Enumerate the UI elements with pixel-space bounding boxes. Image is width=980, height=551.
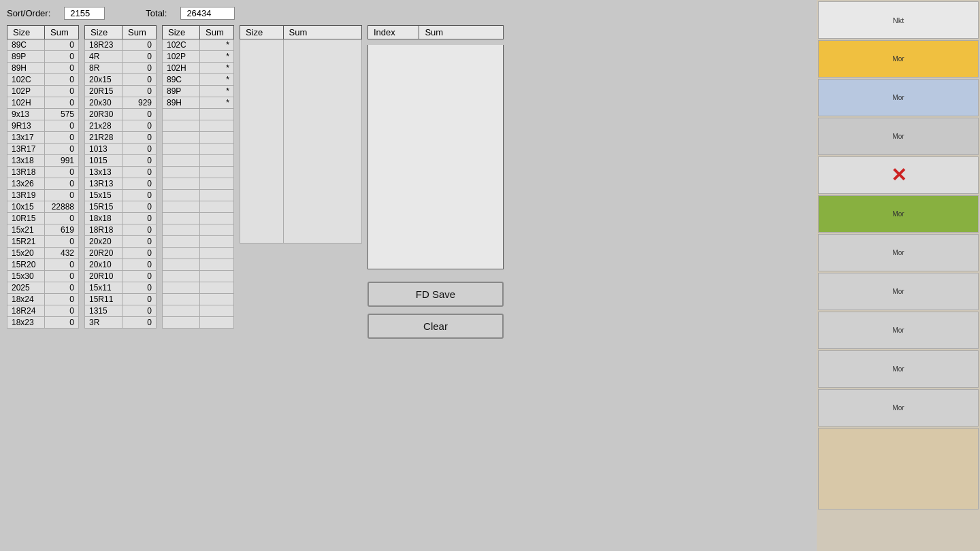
- size-cell: 15R20: [7, 259, 45, 271]
- table-row-empty: [163, 236, 234, 248]
- table-row: 15R150: [85, 201, 157, 213]
- right-thumb-11[interactable]: Mor: [818, 389, 979, 427]
- table-row-empty: [163, 120, 234, 132]
- sum-cell: 0: [122, 236, 157, 248]
- size-cell: 102H: [163, 63, 200, 74]
- sum-cell: 0: [45, 259, 79, 271]
- size-cell: 4R: [85, 51, 122, 63]
- right-thumb-2[interactable]: Mor: [818, 40, 979, 78]
- table-row: 10130: [85, 144, 157, 155]
- table-row: 4R0: [85, 51, 157, 63]
- size-cell: 15x21: [7, 224, 45, 236]
- table2: Size Sum 18R2304R08R020x15020R15020x3092…: [84, 25, 157, 329]
- table-row-empty: [163, 259, 234, 271]
- table1: Size Sum 89C089P089H0102C0102P0102H09x13…: [7, 25, 79, 329]
- table-row: 20R200: [85, 248, 157, 259]
- main-area: Sort/Order: 2155 Total: 26434 Size Sum 8…: [0, 0, 817, 551]
- tables-container: Size Sum 89C089P089H0102C0102P0102H09x13…: [7, 25, 810, 339]
- sum-cell: 575: [45, 109, 79, 120]
- size-cell: 102P: [7, 86, 45, 97]
- sum-cell: 0: [45, 236, 79, 248]
- size-cell: 9R13: [7, 120, 45, 132]
- right-thumb-3[interactable]: Mor: [818, 79, 979, 116]
- table-row: 20R150: [85, 86, 157, 97]
- sum-cell: *: [200, 63, 234, 74]
- size-cell: 20R20: [85, 248, 122, 259]
- size-cell: 18x18: [85, 213, 122, 224]
- table3: Size Sum 102C*102P*102H*89C*89P*89H*: [162, 25, 234, 329]
- size-cell: 102C: [7, 74, 45, 86]
- table1-col1-header: Size: [7, 26, 45, 39]
- table-row: 9x13575: [7, 109, 79, 120]
- sum-cell: 0: [45, 86, 79, 97]
- right-thumb-10[interactable]: Mor: [818, 350, 979, 388]
- table-row: 15x21619: [7, 224, 79, 236]
- table-row-empty: [163, 282, 234, 294]
- right-thumb-8[interactable]: Mor: [818, 273, 979, 310]
- size-cell: 89C: [163, 74, 200, 86]
- size-cell: 13R19: [7, 190, 45, 201]
- sum-cell: 0: [122, 144, 157, 155]
- table-row: 21R280: [85, 132, 157, 144]
- right-thumb-9[interactable]: Mor: [818, 312, 979, 349]
- table-row: 20R300: [85, 109, 157, 120]
- sum-cell: 0: [45, 63, 79, 74]
- sum-cell: 0: [122, 74, 157, 86]
- table2-col1-header: Size: [85, 26, 122, 39]
- table-row: 102P*: [163, 51, 234, 63]
- sum-cell: 22888: [45, 201, 79, 213]
- size-cell: 2025: [7, 282, 45, 294]
- sum-cell: *: [200, 86, 234, 97]
- right-thumb-12[interactable]: [818, 428, 979, 510]
- sum-cell: 0: [122, 155, 157, 167]
- sum-cell: 0: [45, 39, 79, 51]
- sum-cell: 0: [45, 190, 79, 201]
- right-thumb-5[interactable]: ✕: [818, 156, 979, 194]
- table-row: [240, 39, 362, 244]
- table-row-empty: [163, 144, 234, 155]
- size-cell: 15x11: [85, 282, 122, 294]
- table-row-empty: [163, 248, 234, 259]
- size-cell: 8R: [85, 63, 122, 74]
- right-thumb-1[interactable]: Nkt: [818, 1, 979, 39]
- table-row-empty: [163, 155, 234, 167]
- right-thumb-6[interactable]: Mor: [818, 195, 979, 233]
- table-row: 10150: [85, 155, 157, 167]
- right-thumb-7[interactable]: Mor: [818, 234, 979, 271]
- size-cell: 18R24: [7, 305, 45, 317]
- index-panel: Index Sum FD Save Clear: [368, 25, 504, 339]
- sum-cell: 0: [45, 317, 79, 329]
- sum-cell: 0: [122, 178, 157, 190]
- table-row: 8R0: [85, 63, 157, 74]
- table3-col1-header: Size: [163, 26, 200, 39]
- table-row: 15x300: [7, 271, 79, 282]
- action-buttons: FD Save Clear: [368, 282, 504, 339]
- size-cell: 15x15: [85, 190, 122, 201]
- clear-button[interactable]: Clear: [368, 314, 504, 339]
- sum-cell: *: [200, 74, 234, 86]
- size-cell: 20R10: [85, 271, 122, 282]
- table-row: 20x150: [85, 74, 157, 86]
- table-row-empty: [163, 190, 234, 201]
- sum-cell: 991: [45, 155, 79, 167]
- size-cell: 15R15: [85, 201, 122, 213]
- size-cell: 21R28: [85, 132, 122, 144]
- right-thumb-4[interactable]: Mor: [818, 118, 979, 155]
- sort-order-value: 2155: [64, 7, 105, 20]
- sum-cell: 432: [45, 248, 79, 259]
- size-cell: 102P: [163, 51, 200, 63]
- header-bar: Sort/Order: 2155 Total: 26434: [7, 7, 810, 20]
- sum-cell: 0: [45, 144, 79, 155]
- size-cell: 13x18: [7, 155, 45, 167]
- table-row: 13x18991: [7, 155, 79, 167]
- table-row: 102P0: [7, 86, 79, 97]
- sum-cell: 0: [45, 97, 79, 109]
- table1-col2-header: Sum: [45, 26, 79, 39]
- table-row: 13x170: [7, 132, 79, 144]
- table-row: 13R190: [7, 190, 79, 201]
- table-row-empty: [163, 213, 234, 224]
- size-cell: 10x15: [7, 201, 45, 213]
- table-row: 89P0: [7, 51, 79, 63]
- fd-save-button[interactable]: FD Save: [368, 282, 504, 307]
- sort-order-label: Sort/Order:: [7, 8, 50, 18]
